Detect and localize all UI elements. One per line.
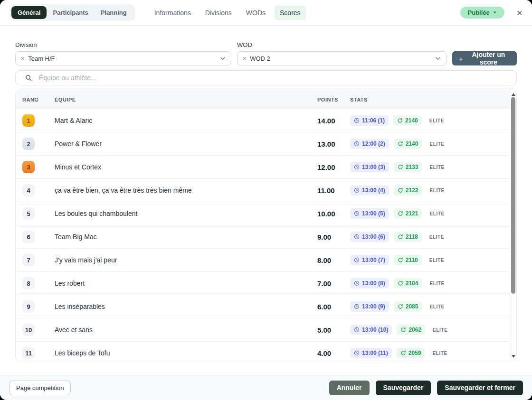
nav-pill-planning[interactable]: Planning — [95, 6, 133, 19]
team-name: Power & Flower — [55, 140, 317, 148]
category-label: ELITE — [429, 304, 444, 309]
tab-divisions[interactable]: Divisions — [200, 6, 237, 20]
reps-value: 2104 — [406, 280, 418, 287]
caret-down-icon: ▼ — [493, 10, 497, 15]
time-value: 13:00 (11) — [362, 350, 388, 356]
table-row[interactable]: 1 Mart & Alaric 14.00 11:06 (1) 2140 ELI… — [16, 109, 516, 132]
column-header-stats: STATS — [350, 97, 510, 102]
scrollbar-thumb[interactable] — [511, 97, 515, 294]
scroll-down-arrow-icon[interactable] — [512, 355, 515, 358]
remove-tag-icon[interactable]: ✕ — [20, 56, 25, 62]
wod-select[interactable]: ✕ WOD 2 — [237, 51, 446, 65]
table-scrollbar[interactable] — [510, 90, 516, 361]
reps-value: 2140 — [406, 140, 418, 147]
division-select[interactable]: ✕ Team H/F — [15, 51, 231, 65]
score-editor-modal: Général Participants Planning Informatio… — [0, 0, 532, 400]
category-label: ELITE — [429, 188, 444, 193]
table-row[interactable]: 9 Les inséparables 6.00 13:00 (9) 2085 E… — [16, 295, 516, 318]
rank-cell: 3 — [22, 161, 55, 173]
tab-informations[interactable]: Informations — [149, 6, 196, 20]
team-name: Minus et Cortex — [55, 163, 317, 171]
repeat-icon — [397, 118, 403, 123]
publish-status-button[interactable]: Publiée ▼ — [460, 7, 504, 19]
clock-icon — [354, 211, 360, 216]
rank-badge: 5 — [22, 207, 35, 220]
footer: Page compétition Annuler Sauvegarder Sau… — [0, 375, 532, 400]
reps-badge: 2133 — [394, 162, 422, 172]
time-value: 13:00 (7) — [362, 257, 385, 263]
nav-pill-general[interactable]: Général — [11, 6, 47, 19]
table-row[interactable]: 10 Avec et sans 5.00 13:00 (10) 2062 ELI… — [16, 318, 516, 342]
save-button[interactable]: Sauvegarder — [376, 381, 431, 395]
stats-cell: 13:00 (7) 2110 ELITE — [350, 255, 510, 265]
reps-value: 2085 — [406, 303, 418, 310]
table-row[interactable]: 7 J'y vais mais j'ai peur 8.00 13:00 (7)… — [16, 249, 516, 272]
screen: { "window": { "close_icon": "×" }, "head… — [0, 0, 532, 400]
time-badge: 13:00 (8) — [350, 278, 389, 288]
points-value: 9.00 — [317, 233, 350, 241]
table-row[interactable]: 11 Les biceps de Tofu 4.00 13:00 (11) 20… — [16, 342, 516, 361]
nav-pill-participants[interactable]: Participants — [47, 6, 94, 19]
column-header-points: POINTS — [317, 97, 350, 102]
table-row[interactable]: 4 ça va être bien, ça va être très très … — [16, 179, 516, 202]
table-row[interactable]: 3 Minus et Cortex 12.00 13:00 (3) 2133 E… — [16, 156, 516, 179]
category-label: ELITE — [433, 327, 447, 333]
reps-badge: 2110 — [394, 255, 422, 265]
stats-cell: 13:00 (5) 2121 ELITE — [350, 208, 510, 219]
tab-wods[interactable]: WODs — [241, 6, 271, 20]
repeat-icon — [398, 211, 403, 216]
repeat-icon — [398, 280, 403, 286]
close-icon[interactable]: × — [517, 8, 522, 18]
rank-cell: 4 — [22, 184, 55, 196]
rank-cell: 9 — [22, 300, 55, 313]
reps-value: 2059 — [408, 350, 421, 356]
clock-icon — [354, 118, 360, 123]
category-label: ELITE — [432, 351, 447, 356]
save-and-close-button[interactable]: Sauvegarder et fermer — [437, 381, 523, 395]
reps-value: 2118 — [406, 233, 418, 240]
category-label: ELITE — [429, 234, 444, 240]
wod-label: WOD — [237, 41, 446, 48]
points-value: 4.00 — [317, 349, 350, 357]
table-row[interactable]: 2 Power & Flower 13.00 12:00 (2) 2140 EL… — [16, 132, 516, 156]
time-value: 13:00 (4) — [362, 187, 385, 194]
remove-tag-icon[interactable]: ✕ — [242, 56, 247, 62]
table-header: RANG ÉQUIPE POINTS STATS — [16, 90, 516, 109]
rank-cell: 1 — [22, 114, 55, 127]
stats-cell: 11:06 (1) 2140 ELITE — [350, 115, 510, 126]
table-row[interactable]: 5 Les boules qui chamboulent 10.00 13:00… — [16, 202, 516, 225]
team-name: Les robert — [55, 279, 317, 287]
stats-cell: 13:00 (6) 2118 ELITE — [350, 232, 510, 242]
time-value: 13:00 (8) — [362, 280, 385, 287]
time-badge: 12:00 (2) — [350, 139, 389, 149]
clock-icon — [354, 257, 360, 263]
rank-cell: 10 — [22, 324, 55, 336]
stats-cell: 13:00 (3) 2133 ELITE — [350, 162, 510, 172]
clock-icon — [354, 141, 360, 147]
category-label: ELITE — [429, 211, 444, 216]
reps-badge: 2085 — [394, 301, 422, 312]
clock-icon — [354, 164, 360, 170]
scroll-up-arrow-icon[interactable] — [512, 93, 515, 96]
division-selected-tag: ✕ Team H/F — [20, 55, 55, 62]
cancel-button[interactable]: Annuler — [329, 381, 370, 395]
rank-cell: 11 — [22, 347, 55, 359]
search-input[interactable] — [39, 74, 516, 82]
stats-cell: 12:00 (2) 2140 ELITE — [350, 139, 510, 149]
table-row[interactable]: 8 Les robert 7.00 13:00 (8) 2104 ELITE — [16, 272, 516, 295]
table-row[interactable]: 6 Team Big Mac 9.00 13:00 (6) 2118 ELITE — [16, 225, 516, 249]
wod-filter: WOD ✕ WOD 2 — [237, 41, 446, 65]
time-value: 13:00 (9) — [362, 303, 385, 310]
stats-cell: 13:00 (8) 2104 ELITE — [350, 278, 510, 288]
rank-badge: 3 — [22, 161, 35, 173]
add-score-button[interactable]: + Ajouter un score — [452, 51, 517, 65]
rank-cell: 5 — [22, 207, 55, 220]
column-header-rank: RANG — [22, 97, 55, 102]
scores-table: RANG ÉQUIPE POINTS STATS 1 Mart & Alaric… — [15, 90, 517, 361]
team-name: Les biceps de Tofu — [55, 349, 317, 357]
points-value: 13.00 — [317, 140, 350, 148]
clock-icon — [354, 234, 360, 240]
competition-page-button[interactable]: Page compétition — [9, 381, 71, 395]
tab-scores[interactable]: Scores — [275, 6, 306, 20]
nav-pill-group: Général Participants Planning — [10, 4, 135, 21]
